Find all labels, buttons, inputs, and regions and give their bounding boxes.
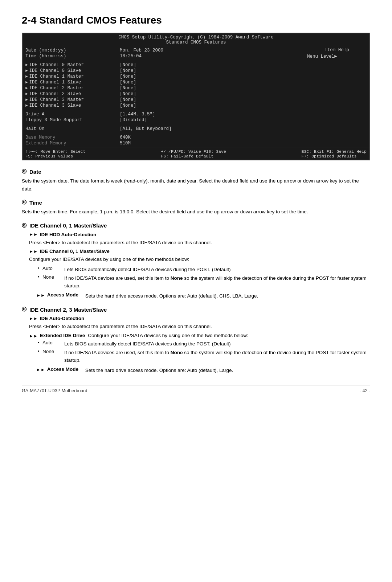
dbl-arrow-icon: ►►: [29, 333, 38, 339]
access-mode-row: ►► Access Mode Sets the hard drive acces…: [36, 292, 370, 300]
footer-col-2: +/-/PU/PD: Value F10: Save F6: Fail-Safe…: [161, 149, 226, 159]
ide01-options: • Auto Lets BIOS automatically detect ID…: [36, 266, 377, 290]
bios-row-extmem: Extended Memory 510M: [25, 140, 301, 146]
ide0m-label: IDE Channel 0 Master: [29, 62, 84, 67]
footer-failsafe: F6: Fail-Safe Default: [161, 154, 226, 159]
halton-label: Halt On: [25, 126, 45, 131]
option-auto-name: Auto: [42, 340, 64, 345]
bios-row-ide3m: ►IDE Channel 3 Master [None]: [25, 97, 301, 103]
footer-col-3: ESC: Exit F1: General Help F7: Optimized…: [302, 149, 367, 159]
ide-hdd-autodetect-sub: ►► IDE HDD Auto-Detection Press <Enter> …: [29, 232, 370, 300]
extmem-value: 510M: [120, 141, 301, 146]
bios-row-ide2s: ►IDE Channel 2 Slave [None]: [25, 91, 301, 97]
ide3m-value: [None]: [120, 97, 301, 102]
footer-value: +/-/PU/PD: Value F10: Save: [161, 149, 226, 154]
access-mode-23-row: ►► Access Mode Sets the hard drive acces…: [36, 366, 370, 374]
option-auto-desc: Lets BIOS automatically detect IDE/SATA …: [64, 340, 377, 348]
date-section-heading: ⓐ Date: [22, 168, 370, 175]
dbl-arrow-icon: ►►: [29, 249, 38, 254]
basemem-value: 640K: [120, 135, 301, 140]
ide01-channel-para: Configure your IDE/SATA devices by using…: [29, 255, 370, 263]
halton-value: [All, But Keyboard]: [120, 126, 301, 131]
ide1s-value: [None]: [120, 80, 301, 85]
dbl-arrow-icon: ►►: [29, 232, 38, 237]
drivea-label: Drive A: [25, 112, 45, 117]
ide23-section-heading: ⓐ IDE Channel 2, 3 Master/Slave: [22, 306, 370, 313]
bios-row-ide1m: ►IDE Channel 1 Master [None]: [25, 74, 301, 79]
section-arrow-icon: ⓐ: [22, 168, 26, 175]
footer-prev: F5: Previous Values: [25, 154, 86, 159]
floppy-value: [Disabled]: [120, 118, 301, 123]
access-mode-label: Access Mode: [47, 292, 85, 298]
bios-row-ide0m: ►IDE Channel 0 Master [None]: [25, 62, 301, 68]
ide-hdd-subheading: ►► IDE HDD Auto-Detection: [29, 232, 370, 237]
access-mode-23-label: Access Mode: [47, 366, 85, 372]
ide3s-value: [None]: [120, 103, 301, 108]
arrow-icon: ►: [25, 80, 28, 85]
ide2m-value: [None]: [120, 86, 301, 91]
ide01-channel-subheading: ►► IDE Channel 0, 1 Master/Slave: [29, 249, 370, 254]
arrow-icon: ►: [25, 69, 28, 73]
ide3m-label: IDE Channel 3 Master: [29, 97, 84, 102]
arrow-icon: ►: [25, 74, 28, 79]
option-auto-row: • Auto Lets BIOS automatically detect ID…: [36, 340, 377, 348]
bullet-icon: •: [38, 340, 40, 346]
ide23-auto-sub: ►► IDE Auto-Detection Press <Enter> to a…: [29, 316, 370, 374]
footer-esc: ESC: Exit F1: General Help: [302, 149, 367, 154]
option-none-desc: If no IDE/SATA devices are used, set thi…: [64, 274, 377, 290]
bios-row-ide0s: ►IDE Channel 0 Slave [None]: [25, 68, 301, 74]
page-title: 2-4 Standard CMOS Features: [22, 15, 370, 26]
option-none-name: None: [42, 274, 64, 280]
ide1m-label: IDE Channel 1 Master: [29, 74, 84, 79]
bullet-icon: •: [38, 349, 40, 354]
extended-ide-desc: Configure your IDE/SATA devices by using…: [88, 333, 248, 338]
bios-screenshot: CMOS Setup Utility-Copyright (C) 1984-20…: [22, 33, 370, 160]
option-none-row: • None If no IDE/SATA devices are used, …: [36, 274, 377, 290]
extended-ide-label: Extended IDE Drive: [40, 333, 85, 338]
date-value: Mon, Feb 23 2009: [120, 48, 301, 53]
option-auto-name: Auto: [42, 266, 64, 271]
bullet-icon: •: [38, 274, 40, 280]
arrow-icon: ►: [25, 63, 28, 67]
option-auto-desc: Lets BIOS automatically detect IDE/SATA …: [64, 266, 377, 274]
date-section-para: Sets the system date. The date format is…: [22, 177, 370, 193]
bios-row-drivea: Drive A [1.44M, 3.5"]: [25, 111, 301, 117]
ide1s-label: IDE Channel 1 Slave: [29, 80, 81, 85]
ide23-autodetect-subheading: ►► IDE Auto-Detection: [29, 316, 370, 321]
bios-row-ide1s: ►IDE Channel 1 Slave [None]: [25, 79, 301, 85]
dbl-arrow-icon: ►►: [36, 367, 45, 373]
option-none-row: • None If no IDE/SATA devices are used, …: [36, 349, 377, 364]
footer-optimized: F7: Optimized Defaults: [302, 154, 367, 159]
bios-main-panel: Date (mm:dd:yy) Mon, Feb 23 2009 Time (h…: [23, 46, 304, 148]
bios-footer: ↑↓→←: Move Enter: Select F5: Previous Va…: [23, 148, 369, 160]
ide2m-label: IDE Channel 2 Master: [29, 86, 84, 91]
footer-nav: ↑↓→←: Move Enter: Select: [25, 149, 86, 154]
arrow-icon: ►: [25, 92, 28, 96]
ide1m-value: [None]: [120, 74, 301, 79]
arrow-icon: ►: [25, 86, 28, 90]
bios-row-ide3s: ►IDE Channel 3 Slave [None]: [25, 103, 301, 108]
ide0s-value: [None]: [120, 68, 301, 73]
footer-left: GA-MA770T-UD3P Motherboard: [22, 388, 87, 393]
ide23-autodetect-para: Press <Enter> to autodetect the paramete…: [29, 323, 370, 331]
bios-row-basemem: Base Memory 640K: [25, 135, 301, 140]
access-mode-23-desc: Sets the hard drive access mode. Options…: [85, 366, 370, 374]
ide2s-value: [None]: [120, 91, 301, 97]
bios-row-time: Time (hh:mm:ss) 18:25:04: [25, 53, 301, 59]
time-section-para: Sets the system time. For example, 1 p.m…: [22, 208, 370, 216]
bullet-icon: •: [38, 266, 40, 271]
ide-hdd-para: Press <Enter> to autodetect the paramete…: [29, 239, 370, 247]
bios-row-halton: Halt On [All, But Keyboard]: [25, 126, 301, 132]
ide0s-label: IDE Channel 0 Slave: [29, 68, 81, 73]
time-heading-text: Time: [29, 200, 42, 206]
bios-title-1: CMOS Setup Utility-Copyright (C) 1984-20…: [23, 35, 369, 40]
ide23-heading-text: IDE Channel 2, 3 Master/Slave: [29, 307, 107, 313]
bios-row-ide2m: ►IDE Channel 2 Master [None]: [25, 85, 301, 91]
bios-title-2: Standard CMOS Features: [23, 40, 369, 45]
footer-right: - 42 -: [360, 388, 370, 393]
basemem-label: Base Memory: [25, 135, 56, 140]
date-heading-text: Date: [29, 169, 41, 175]
section-arrow-icon: ⓐ: [22, 306, 26, 313]
footer-col-1: ↑↓→←: Move Enter: Select F5: Previous Va…: [25, 149, 86, 159]
ide01-section-heading: ⓐ IDE Channel 0, 1 Master/Slave: [22, 222, 370, 229]
